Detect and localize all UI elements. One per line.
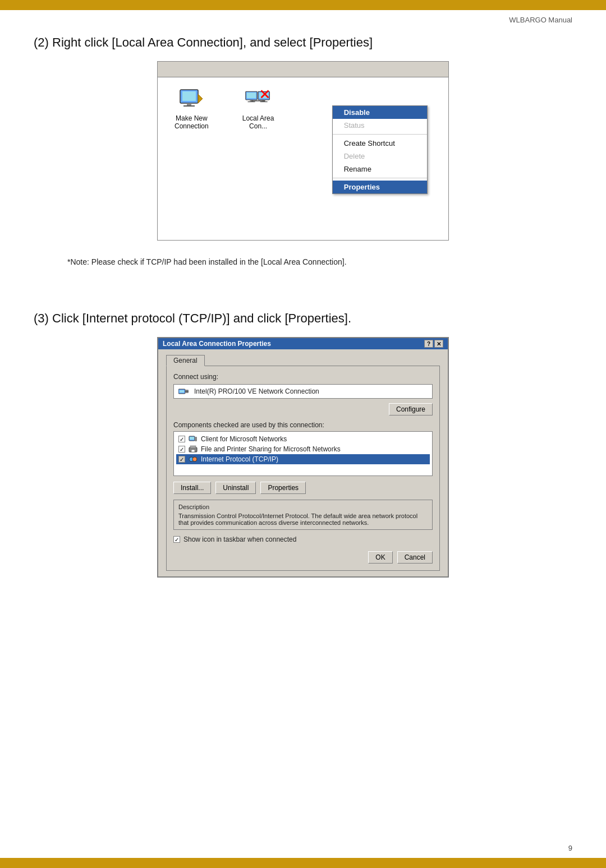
section2-heading: (2) Right click [Local Area Connection],… bbox=[34, 35, 572, 50]
dialog-titlebar-buttons: ? ✕ bbox=[424, 340, 443, 348]
icons-row: Make NewConnection bbox=[158, 77, 448, 141]
manual-title: WLBARGO Manual bbox=[509, 16, 572, 24]
dialog-ok-cancel-row: OK Cancel bbox=[173, 551, 433, 564]
install-button[interactable]: Install... bbox=[173, 482, 211, 494]
make-new-connection-icon-item[interactable]: Make NewConnection bbox=[175, 89, 209, 130]
component-client[interactable]: ✓ Client for Microsoft Networks bbox=[176, 434, 430, 444]
dialog-area: Local Area Connection Properties ? ✕ Gen… bbox=[34, 337, 572, 578]
context-menu-sep-2 bbox=[333, 178, 427, 178]
description-box: Description Transmission Control Protoco… bbox=[173, 500, 433, 530]
ok-button[interactable]: OK bbox=[368, 551, 392, 564]
network-screenshot-area: Make NewConnection bbox=[34, 61, 572, 241]
note-text: *Note: Please check if TCP/IP had been i… bbox=[67, 257, 539, 266]
adapter-icon bbox=[178, 387, 190, 396]
component-client-label: Client for Microsoft Networks bbox=[201, 435, 287, 443]
make-new-connection-icon bbox=[178, 89, 205, 111]
adapter-name: Intel(R) PRO/100 VE Network Connection bbox=[194, 387, 319, 395]
svg-point-27 bbox=[192, 457, 197, 461]
printer-icon bbox=[189, 445, 198, 453]
network-connections-window: Make NewConnection bbox=[157, 61, 449, 241]
svg-rect-2 bbox=[187, 103, 191, 105]
dialog-titlebar: Local Area Connection Properties ? ✕ bbox=[158, 338, 448, 349]
make-new-connection-label: Make NewConnection bbox=[175, 114, 209, 130]
local-area-icon-svg bbox=[245, 89, 272, 111]
dialog-title: Local Area Connection Properties bbox=[163, 340, 271, 348]
svg-rect-8 bbox=[248, 101, 255, 102]
component-tcp-label: Internet Protocol (TCP/IP) bbox=[201, 455, 278, 463]
section3-heading: (3) Click [Internet protocol (TCP/IP)] a… bbox=[34, 311, 572, 326]
local-area-connection-properties-dialog: Local Area Connection Properties ? ✕ Gen… bbox=[157, 337, 449, 578]
dialog-close-button[interactable]: ✕ bbox=[434, 340, 443, 348]
connect-using-label: Connect using: bbox=[173, 373, 433, 381]
dialog-panel: Connect using: Intel(R) PRO/100 VE Netwo… bbox=[166, 366, 440, 571]
components-label: Components checked are used by this conn… bbox=[173, 421, 433, 429]
component-printer[interactable]: ✓ File and Printer Sharing for Microsoft… bbox=[176, 444, 430, 454]
local-area-connection-icon-item[interactable]: Local AreaCon... Disable Status Create S… bbox=[242, 89, 274, 130]
svg-rect-22 bbox=[195, 437, 197, 441]
svg-rect-25 bbox=[191, 450, 195, 452]
dialog-actions-row: Install... Uninstall Properties bbox=[173, 482, 433, 494]
svg-rect-1 bbox=[182, 91, 196, 101]
uninstall-button[interactable]: Uninstall bbox=[215, 482, 256, 494]
description-label: Description bbox=[178, 504, 428, 510]
win-toolbar bbox=[158, 62, 448, 77]
taskbar-checkbox[interactable]: ✓ bbox=[173, 536, 180, 543]
context-menu-item-properties[interactable]: Properties bbox=[333, 181, 427, 193]
context-menu-item-rename[interactable]: Rename bbox=[333, 163, 427, 176]
svg-rect-21 bbox=[190, 437, 194, 440]
svg-rect-6 bbox=[247, 93, 256, 98]
svg-rect-3 bbox=[183, 105, 195, 107]
protocol-icon bbox=[189, 455, 198, 463]
context-menu-item-delete: Delete bbox=[333, 150, 427, 163]
client-icon bbox=[189, 435, 198, 443]
svg-rect-24 bbox=[190, 446, 196, 448]
gold-bar-bottom bbox=[0, 858, 606, 868]
components-list: ✓ Client for Microsoft Networks ✓ bbox=[173, 431, 433, 476]
properties-button[interactable]: Properties bbox=[260, 482, 306, 494]
checkbox-client[interactable]: ✓ bbox=[178, 436, 185, 442]
taskbar-checkbox-row: ✓ Show icon in taskbar when connected bbox=[173, 535, 433, 543]
context-menu-item-create-shortcut[interactable]: Create Shortcut bbox=[333, 137, 427, 150]
local-area-connection-label: Local AreaCon... bbox=[242, 114, 274, 130]
svg-rect-17 bbox=[180, 390, 184, 393]
configure-row: Configure bbox=[173, 403, 433, 415]
dialog-body: General Connect using: Intel(R) PRO/100 … bbox=[158, 349, 448, 576]
context-menu-item-status: Status bbox=[333, 119, 427, 132]
dialog-help-button[interactable]: ? bbox=[424, 340, 433, 348]
svg-rect-12 bbox=[260, 101, 268, 102]
page-number: 9 bbox=[568, 844, 572, 852]
dialog-tab-bar: General bbox=[166, 355, 440, 366]
checkbox-printer[interactable]: ✓ bbox=[178, 446, 185, 453]
context-menu-sep-1 bbox=[333, 134, 427, 135]
component-tcp-ip[interactable]: ✓ Internet Protocol (TCP/IP) bbox=[176, 454, 430, 464]
taskbar-checkbox-label: Show icon in taskbar when connected bbox=[183, 535, 296, 543]
cancel-button[interactable]: Cancel bbox=[397, 551, 433, 564]
configure-button[interactable]: Configure bbox=[389, 403, 433, 415]
context-menu: Disable Status Create Shortcut Delete Re… bbox=[332, 105, 428, 194]
context-menu-item-disable[interactable]: Disable bbox=[333, 106, 427, 119]
svg-marker-4 bbox=[198, 94, 203, 103]
make-new-icon-svg bbox=[178, 89, 205, 111]
checkbox-tcp[interactable]: ✓ bbox=[178, 456, 185, 463]
page-header: WLBARGO Manual bbox=[34, 16, 572, 24]
description-text: Transmission Control Protocol/Internet P… bbox=[178, 513, 417, 526]
adapter-box: Intel(R) PRO/100 VE Network Connection bbox=[173, 384, 433, 399]
tab-general[interactable]: General bbox=[166, 355, 205, 366]
local-area-connection-icon bbox=[245, 89, 272, 111]
component-printer-label: File and Printer Sharing for Microsoft N… bbox=[201, 445, 341, 453]
